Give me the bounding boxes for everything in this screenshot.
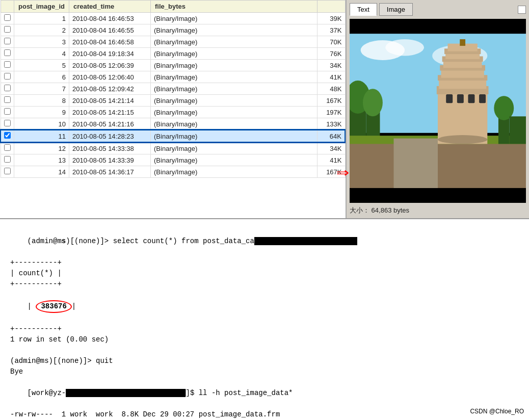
count-value: 383676 [36,300,71,313]
row-checkbox[interactable] [4,156,11,163]
row-type: (Binary/Image) [151,24,317,36]
row-time: 2010-08-04 16:46:58 [69,36,151,48]
row-type: (Binary/Image) [151,107,317,118]
terminal-count-row: | 383676| [10,290,519,324]
row-type: (Binary/Image) [151,95,317,107]
row-checkbox[interactable] [4,96,11,103]
row-size: 64K [317,130,345,142]
row-type: (Binary/Image) [151,154,317,166]
row-time: 2010-08-04 16:46:53 [69,13,151,24]
col-header-size [317,1,345,13]
table-row[interactable]: 52010-08-05 12:06:39(Binary/Image)34K [1,60,345,71]
row-checkbox-cell[interactable] [1,166,14,178]
row-checkbox-cell[interactable] [1,71,14,83]
row-checkbox[interactable] [4,132,11,139]
table-row[interactable]: 32010-08-04 16:46:58(Binary/Image)70K [1,36,345,48]
row-id: 1 [14,13,69,24]
terminal-file1: -rw-rw---- 1 work work 8.8K Dec 29 00:27… [10,409,519,420]
row-checkbox-cell[interactable] [1,36,14,48]
row-checkbox-cell[interactable] [1,24,14,36]
table-body: 12010-08-04 16:46:53(Binary/Image)39K220… [1,13,345,178]
row-size: 37K [317,24,345,36]
row-size: 133K [317,118,345,130]
col-header-id: post_image_id [14,1,69,13]
row-checkbox-cell[interactable] [1,130,14,142]
right-panel: Text Image [347,0,529,218]
row-id: 4 [14,48,69,60]
row-size: 167K [317,95,345,107]
terminal-line-1: (admin@ms)[(none)]> select count(*) from… [10,225,519,257]
row-size: 197K [317,107,345,118]
row-size: 70K [317,36,345,48]
table-row[interactable]: 22010-08-04 16:46:55(Binary/Image)37K [1,24,345,36]
row-time: 2010-08-05 14:21:15 [69,107,151,118]
row-type: (Binary/Image) [151,48,317,60]
row-checkbox-cell[interactable] [1,95,14,107]
row-size: 41K [317,71,345,83]
row-checkbox[interactable] [4,168,11,174]
svg-rect-23 [446,94,453,103]
table-row[interactable]: 12010-08-04 16:46:53(Binary/Image)39K [1,13,345,24]
row-checkbox[interactable] [4,38,11,44]
svg-rect-29 [510,116,526,144]
row-checkbox-cell[interactable] [1,142,14,154]
terminal-quit-line: (admin@ms)[(none)]> quit [10,356,519,366]
terminal-workdir-line: [work@yz-████████████████████████████]$ … [10,377,519,409]
row-id: 9 [14,107,69,118]
tab-text[interactable]: Text [350,3,377,16]
terminal-panel: (admin@ms)[(none)]> select count(*) from… [0,219,529,420]
table-row[interactable]: 62010-08-05 12:06:40(Binary/Image)41K [1,71,345,83]
row-time: 2010-08-05 14:33:38 [69,142,151,154]
terminal-bye: Bye [10,366,519,377]
row-id: 10 [14,118,69,130]
row-checkbox-cell[interactable] [1,154,14,166]
row-checkbox-cell[interactable] [1,107,14,118]
image-size-label: 大小： 64,863 bytes [350,206,526,215]
row-checkbox[interactable] [4,14,11,21]
row-type: (Binary/Image) [151,142,317,154]
top-panel: post_image_id created_time file_bytes 12… [0,0,529,219]
row-id: 3 [14,36,69,48]
row-checkbox-cell[interactable] [1,83,14,95]
row-time: 2010-08-05 14:33:39 [69,154,151,166]
row-id: 6 [14,71,69,83]
table-row[interactable]: 142010-08-05 14:36:17(Binary/Image)167K [1,166,345,178]
row-checkbox[interactable] [4,144,11,151]
row-time: 2010-08-05 12:09:42 [69,83,151,95]
row-checkbox-cell[interactable] [1,48,14,60]
table-row[interactable]: 92010-08-05 14:21:15(Binary/Image)197K [1,107,345,118]
row-type: (Binary/Image) [151,36,317,48]
preview-checkbox[interactable] [518,6,526,14]
row-checkbox[interactable] [4,49,11,56]
image-preview [350,19,526,203]
row-checkbox-cell[interactable] [1,60,14,71]
row-time: 2010-08-05 14:21:14 [69,95,151,107]
table-row[interactable]: 132010-08-05 14:33:39(Binary/Image)41K [1,154,345,166]
pagoda-image [350,19,526,203]
terminal-row-info: 1 row in set (0.00 sec) [10,334,519,345]
row-checkbox-cell[interactable] [1,13,14,24]
svg-point-30 [438,135,487,144]
table-row[interactable]: 72010-08-05 12:09:42(Binary/Image)48K [1,83,345,95]
table-row[interactable]: 102010-08-05 14:21:16(Binary/Image)133K [1,118,345,130]
row-checkbox-cell[interactable] [1,118,14,130]
row-checkbox[interactable] [4,61,11,68]
tab-image[interactable]: Image [379,3,413,16]
row-checkbox[interactable] [4,120,11,126]
row-time: 2010-08-05 14:21:16 [69,118,151,130]
row-checkbox[interactable] [4,85,11,91]
row-checkbox[interactable] [4,26,11,33]
row-id: 8 [14,95,69,107]
table-row[interactable]: 122010-08-05 14:33:38(Binary/Image)34K [1,142,345,154]
row-checkbox[interactable] [4,73,11,80]
row-type: (Binary/Image) [151,83,317,95]
svg-rect-26 [479,94,486,103]
svg-rect-10 [394,139,438,188]
row-size: 34K [317,60,345,71]
table-row[interactable]: 82010-08-05 14:21:14(Binary/Image)167K [1,95,345,107]
row-size: 39K [317,13,345,24]
row-checkbox[interactable] [4,108,11,115]
table-row[interactable]: 42010-08-04 19:18:34(Binary/Image)76K [1,48,345,60]
row-time: 2010-08-04 19:18:34 [69,48,151,60]
table-row[interactable]: 112010-08-05 14:28:23(Binary/Image)64K [1,130,345,142]
